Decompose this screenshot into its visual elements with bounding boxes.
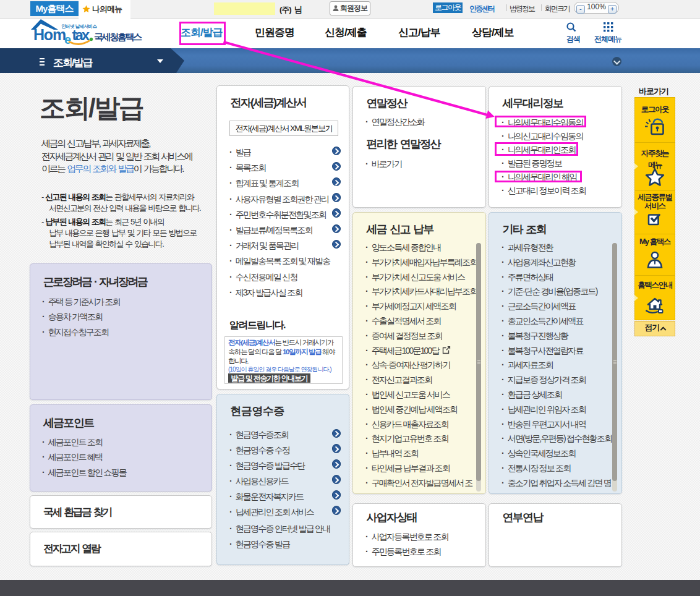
svg-text:인터넷 납세서비스: 인터넷 납세서비스	[61, 23, 98, 29]
svg-text:국세청홈택스: 국세청홈택스	[94, 32, 142, 42]
svg-text:e: e	[64, 33, 71, 46]
